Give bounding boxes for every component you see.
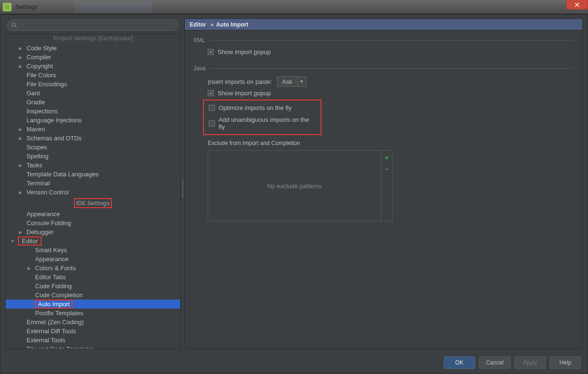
svg-line-3: [15, 26, 17, 27]
sidebar-item-file-encodings[interactable]: File Encodings: [6, 80, 180, 89]
sidebar-item-label: Scopes: [27, 144, 47, 151]
sidebar-item-label: External Tools: [27, 337, 65, 344]
sidebar-item-label: Debugger: [27, 228, 54, 236]
splitter[interactable]: [181, 18, 184, 349]
sidebar-item-spelling[interactable]: Spelling: [6, 152, 180, 161]
sidebar-item-label: Appearance: [35, 255, 68, 263]
exclude-toolbar: + −: [381, 151, 392, 221]
insert-on-paste-row: Insert imports on paste: Ask ▼: [208, 76, 574, 87]
sidebar-item-file-and-code-templates[interactable]: File and Code Templates: [6, 345, 180, 349]
sidebar-item-language-injections[interactable]: Language Injections: [6, 116, 180, 125]
unambiguous-imports-label: Add unambiguous imports on the fly: [219, 116, 316, 130]
dialog-content: Project Settings [Earthquake] ▶Code Styl…: [5, 18, 583, 349]
sidebar-item-label: Tasks: [27, 162, 42, 169]
exclude-list: No exclude patterns + −: [208, 150, 393, 221]
sidebar-item-label: Schemas and DTDs: [27, 135, 82, 142]
sidebar-item-smart-keys[interactable]: Smart Keys: [6, 246, 180, 255]
sidebar-item-code-completion[interactable]: Code Completion: [6, 291, 180, 300]
chevron-right-icon: ▶: [28, 266, 33, 271]
sidebar-item-external-tools[interactable]: External Tools: [6, 336, 180, 345]
sidebar-item-code-folding[interactable]: Code Folding: [6, 282, 180, 291]
cancel-button[interactable]: Cancel: [479, 356, 511, 369]
breadcrumb-root[interactable]: Editor: [190, 21, 206, 28]
sidebar-item-label: Smart Keys: [35, 246, 67, 254]
sidebar-item-label: Spelling: [27, 153, 48, 160]
sidebar-item-tasks[interactable]: ▶Tasks: [6, 161, 180, 170]
breadcrumb: Editor ▶ Auto Import: [185, 19, 582, 30]
sidebar-item-label: Appearance: [27, 210, 60, 218]
breadcrumb-leaf: Auto Import: [216, 21, 248, 28]
sidebar-item-label: File Encodings: [27, 81, 67, 88]
titlebar: Settings: [0, 0, 588, 14]
sidebar-item-label: Language Injections: [27, 117, 82, 124]
sidebar-item-file-colors[interactable]: File Colors: [6, 71, 180, 80]
sidebar-item-label: File Colors: [27, 72, 56, 79]
search-input[interactable]: [7, 19, 179, 31]
sidebar-item-editor-tabs[interactable]: Editor Tabs: [6, 273, 180, 282]
dialog-window: Project Settings [Earthquake] ▶Code Styl…: [0, 14, 588, 374]
sidebar-item-code-style[interactable]: ▶Code Style: [6, 44, 180, 53]
sidebar-item-editor[interactable]: ▼ Editor: [5, 237, 180, 246]
apply-button: Apply: [514, 356, 546, 369]
chevron-right-icon: ▶: [19, 127, 25, 132]
sidebar-item-inspections[interactable]: Inspections: [6, 107, 180, 116]
sidebar-item-terminal[interactable]: Terminal: [6, 179, 180, 188]
sidebar-item-gant[interactable]: Gant: [6, 89, 180, 98]
sidebar-item-label: Gradle: [27, 99, 45, 106]
xml-show-popup-label: Show import popup: [218, 48, 271, 55]
sidebar-item-colors-fonts[interactable]: ▶Colors & Fonts: [6, 264, 180, 273]
add-icon[interactable]: +: [385, 154, 389, 162]
sidebar-item-emmet-zen-coding-[interactable]: Emmet (Zen Coding): [6, 318, 180, 327]
remove-icon: −: [385, 165, 389, 173]
java-show-popup-label: Show import popup: [218, 90, 271, 97]
sidebar-item-schemas-and-dtds[interactable]: ▶Schemas and DTDs: [6, 134, 180, 143]
sidebar-item-label: External Diff Tools: [27, 328, 76, 335]
optimize-imports-checkbox[interactable]: [209, 105, 215, 111]
app-icon: [3, 3, 11, 11]
unambiguous-imports-checkbox[interactable]: [209, 120, 215, 127]
sidebar-item-label: Console Folding: [27, 219, 71, 227]
chevron-right-icon: ▶: [19, 230, 25, 235]
search-wrap: [5, 18, 181, 34]
exclude-empty-text: No exclude patterns: [208, 151, 381, 221]
sidebar-item-template-data-languages[interactable]: Template Data Languages: [6, 170, 180, 179]
sidebar-item-gradle[interactable]: Gradle: [6, 98, 180, 107]
sidebar-item-label: Inspections: [27, 108, 58, 115]
help-button[interactable]: Help: [550, 356, 581, 369]
sidebar-item-scopes[interactable]: Scopes: [6, 143, 180, 152]
insert-on-paste-select[interactable]: Ask ▼: [277, 76, 306, 87]
settings-tree[interactable]: Project Settings [Earthquake] ▶Code Styl…: [5, 34, 181, 349]
java-show-popup-row: Show import popup: [208, 90, 574, 97]
sidebar-item-label: Compiler: [27, 54, 51, 61]
sidebar-item-label: Version Control: [27, 189, 69, 196]
java-show-popup-checkbox[interactable]: [208, 90, 214, 96]
sidebar-item-postfix-templates[interactable]: Postfix Templates: [6, 309, 180, 318]
window-title: Settings: [15, 3, 37, 10]
xml-show-popup-checkbox[interactable]: [208, 49, 214, 55]
sidebar-item-label: Emmet (Zen Coding): [27, 319, 84, 326]
sidebar-item-label: Code Folding: [35, 283, 72, 290]
chevron-down-icon: ▼: [10, 239, 16, 244]
sidebar-item-label: Colors & Fonts: [35, 265, 76, 272]
ok-button[interactable]: OK: [444, 356, 475, 369]
sidebar-item-auto-import[interactable]: Auto Import: [6, 300, 180, 309]
sidebar-item-compiler[interactable]: ▶Compiler: [6, 53, 180, 62]
sidebar-item-debugger[interactable]: ▶Debugger: [6, 228, 180, 237]
sidebar-item-appearance[interactable]: Appearance: [6, 210, 180, 219]
sidebar-item-maven[interactable]: ▶Maven: [6, 125, 180, 134]
unambiguous-imports-row: Add unambiguous imports on the fly: [209, 116, 316, 130]
sidebar-item-label: Postfix Templates: [35, 310, 83, 317]
sidebar-item-external-diff-tools[interactable]: External Diff Tools: [6, 327, 180, 336]
close-button[interactable]: [566, 0, 588, 9]
sidebar-item-console-folding[interactable]: Console Folding: [6, 219, 180, 228]
search-icon: [11, 22, 17, 28]
sidebar-item-copyright[interactable]: ▶Copyright: [6, 62, 180, 71]
insert-on-paste-label: Insert imports on paste:: [208, 78, 272, 85]
chevron-right-icon: ▶: [19, 190, 25, 195]
sidebar-item-appearance[interactable]: Appearance: [6, 255, 180, 264]
settings-panel: XML Show import popup Java Insert import…: [185, 30, 582, 348]
sidebar-item-label: File and Code Templates: [27, 346, 95, 349]
xml-show-popup-row: Show import popup: [208, 48, 574, 55]
sidebar-item-version-control[interactable]: ▶Version Control: [6, 188, 180, 197]
section-project-settings: Project Settings [Earthquake]: [6, 34, 180, 44]
